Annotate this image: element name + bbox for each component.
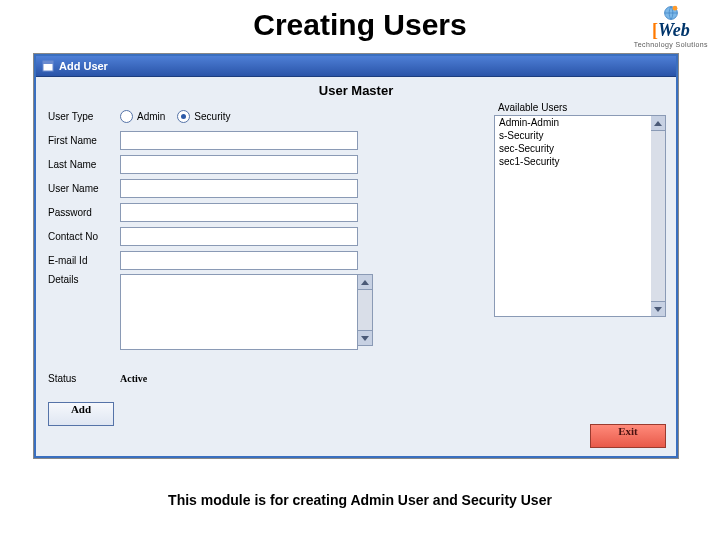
list-item[interactable]: sec1-Security [495,155,665,168]
row-email-id: E-mail Id [48,250,484,270]
input-first-name[interactable] [120,131,358,150]
row-details: Details [48,274,484,350]
row-last-name: Last Name [48,154,484,174]
titlebar: Add User [36,56,676,77]
label-email-id: E-mail Id [48,255,120,266]
input-last-name[interactable] [120,155,358,174]
radio-dot-icon [181,114,186,119]
label-user-name: User Name [48,183,120,194]
window-app-icon [42,60,54,72]
logo-top [634,6,708,20]
scroll-down-icon[interactable] [358,330,372,345]
label-status: Status [48,373,120,384]
logo-globe-icon [663,5,679,21]
list-item[interactable]: Admin-Admin [495,116,665,129]
scroll-down-icon[interactable] [651,301,665,316]
row-user-type: User Type Admin Security [48,106,484,126]
row-user-name: User Name [48,178,484,198]
scroll-up-icon[interactable] [651,116,665,131]
label-password: Password [48,207,120,218]
details-scrollbar[interactable] [358,274,373,346]
svg-rect-3 [43,61,53,64]
form-left: User Type Admin Security First Name [48,102,484,450]
logo-block: [Web Technology Solutions [634,6,708,48]
radio-circle-icon [177,110,190,123]
label-user-type: User Type [48,111,120,122]
window-title: Add User [59,60,108,72]
radio-admin-label: Admin [137,111,165,122]
svg-point-1 [673,6,678,11]
listbox-scrollbar[interactable] [651,115,666,317]
available-users-panel: Available Users Admin-Admin s-Security s… [494,102,664,450]
textarea-details[interactable] [120,274,358,350]
add-button[interactable]: Add [48,402,114,426]
input-contact-no[interactable] [120,227,358,246]
list-item[interactable]: sec-Security [495,142,665,155]
row-password: Password [48,202,484,222]
radio-circle-icon [120,110,133,123]
status-value: Active [120,373,147,384]
input-user-name[interactable] [120,179,358,198]
radio-security-label: Security [194,111,230,122]
label-last-name: Last Name [48,159,120,170]
scroll-up-icon[interactable] [358,275,372,290]
radio-security[interactable]: Security [177,110,230,123]
logo-word: [Web [634,20,708,41]
page-title: Creating Users [0,10,720,40]
exit-button[interactable]: Exit [590,424,666,448]
add-user-window: Add User User Master User Type Admin Sec… [34,54,678,458]
form-heading: User Master [36,83,676,98]
radio-admin[interactable]: Admin [120,110,165,123]
logo-tagline: Technology Solutions [634,41,708,48]
input-password[interactable] [120,203,358,222]
row-first-name: First Name [48,130,484,150]
input-email-id[interactable] [120,251,358,270]
list-item[interactable]: s-Security [495,129,665,142]
label-contact-no: Contact No [48,231,120,242]
label-first-name: First Name [48,135,120,146]
available-users-listbox[interactable]: Admin-Admin s-Security sec-Security sec1… [494,115,666,317]
row-status: Status Active [48,368,484,388]
form-area: User Type Admin Security First Name [36,100,676,456]
available-users-label: Available Users [498,102,664,113]
label-details: Details [48,274,120,285]
page-caption: This module is for creating Admin User a… [0,492,720,508]
row-contact-no: Contact No [48,226,484,246]
